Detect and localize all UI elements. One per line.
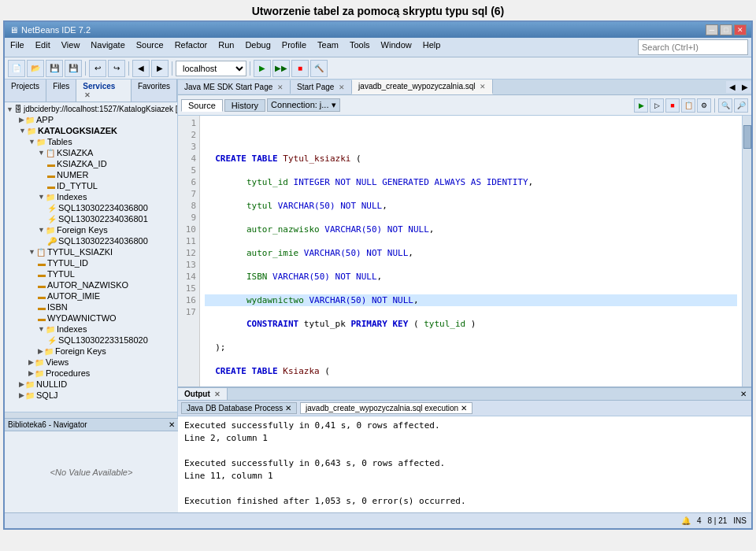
tab-files[interactable]: Files <box>46 80 76 102</box>
folder-icon: 📁 <box>46 226 55 235</box>
menu-edit[interactable]: Edit <box>33 39 53 55</box>
tree-item[interactable]: ▬ TYTUL <box>6 268 176 279</box>
tree-label: AUTOR_IMIE <box>47 291 100 301</box>
output-subtab-process[interactable]: Java DB Database Process ✕ <box>181 402 297 414</box>
status-bar: 🔔 4 8 | 21 INS <box>5 512 751 528</box>
undo-button[interactable]: ↩ <box>89 60 106 77</box>
source-tab[interactable]: Source <box>181 99 223 112</box>
save-all-button[interactable]: 💾 <box>65 60 82 77</box>
column-icon: ▬ <box>38 270 46 279</box>
tab-services[interactable]: Services ✕ <box>76 80 132 102</box>
tree-item[interactable]: ▶ 📁 SQLJ <box>6 390 176 401</box>
menu-navigate[interactable]: Navigate <box>88 39 127 55</box>
menu-help[interactable]: Help <box>421 39 443 55</box>
tree-item[interactable]: ▼ 🗄 jdbciderby://localhost:1527/KatalogK… <box>6 104 176 114</box>
tree-item[interactable]: ▼ 📁 Foreign Keys <box>6 224 176 235</box>
tree-item[interactable]: ▬ NUMER <box>6 169 176 180</box>
sql-settings-btn[interactable]: ⚙ <box>697 98 711 113</box>
tab-java-me[interactable]: Java ME SDK Start Page ✕ <box>178 80 291 94</box>
tab-favorites[interactable]: Favorites <box>132 80 177 102</box>
menu-team[interactable]: Team <box>315 39 341 55</box>
back-button[interactable]: ◀ <box>132 60 150 77</box>
menu-view[interactable]: View <box>59 39 83 55</box>
output-subtab-execution[interactable]: javadb_create_wypozyczalnia.sql executio… <box>300 402 472 414</box>
output-panel: Output ✕ ✕ Java DB Database Process ✕ ja… <box>178 386 751 512</box>
editor-scrollbar-v[interactable] <box>742 116 751 386</box>
code-editor[interactable]: 1 2 3 4 5 6 7 8 9 10 11 12 13 <box>178 116 751 386</box>
forward-button[interactable]: ▶ <box>151 60 169 77</box>
sql-stop-btn[interactable]: ■ <box>665 98 680 113</box>
tree-item[interactable]: ▶ 📁 Procedures <box>6 368 176 379</box>
close-button[interactable]: ✕ <box>734 24 747 35</box>
tab-scroll-left[interactable]: ◀ <box>726 81 739 93</box>
server-combo[interactable]: localhost <box>176 61 246 76</box>
tree-item[interactable]: ▶ 📁 APP <box>6 114 176 125</box>
tree-item[interactable]: ▼ 📋 KSIAZKA <box>6 147 176 158</box>
tab-start-page[interactable]: Start Page ✕ <box>291 80 352 94</box>
redo-button[interactable]: ↪ <box>108 60 125 77</box>
tree-item[interactable]: ▬ ISBN <box>6 301 176 312</box>
expand-icon: ▼ <box>28 138 35 146</box>
sql-run-btn[interactable]: ▶ <box>634 98 648 113</box>
table-icon: 📋 <box>36 248 46 257</box>
menu-tools[interactable]: Tools <box>347 39 372 55</box>
tree-item[interactable]: ▶ 📁 NULLID <box>6 379 176 390</box>
minimize-button[interactable]: ─ <box>706 24 718 35</box>
tree-item[interactable]: ▶ 📁 Foreign Keys <box>6 346 176 357</box>
menu-window[interactable]: Window <box>379 39 414 55</box>
tree-item[interactable]: ▼ 📁 KATALOGKSIAZEK <box>6 125 176 136</box>
menu-profile[interactable]: Profile <box>280 39 309 55</box>
tree-item[interactable]: ⚡ SQL130302233158020 <box>6 335 176 346</box>
tab-projects[interactable]: Projects <box>5 80 46 102</box>
tree-item[interactable]: ▬ ID_TYTUL <box>6 180 176 191</box>
index-icon: ⚡ <box>47 336 57 345</box>
tree-item[interactable]: 🔑 SQL130302234036800 <box>6 235 176 246</box>
sql-history-btn[interactable]: 📋 <box>681 98 695 113</box>
tree-item[interactable]: ▬ WYDAWNICTWO <box>6 312 176 324</box>
tree-item[interactable]: ▬ KSIAZKA_ID <box>6 158 176 169</box>
sql-run-sel-btn[interactable]: ▷ <box>650 98 664 113</box>
tree-item[interactable]: ▬ AUTOR_IMIE <box>6 290 176 301</box>
output-tab[interactable]: Output ✕ <box>178 388 228 400</box>
new-button[interactable]: 📄 <box>8 60 25 77</box>
search-input[interactable] <box>638 39 748 55</box>
tree-item[interactable]: ▼ 📁 Tables <box>6 136 176 147</box>
tree-label: Foreign Keys <box>57 225 108 235</box>
tab-scroll-right[interactable]: ▶ <box>739 81 751 93</box>
tree-label: Indexes <box>57 192 87 202</box>
tree-item[interactable]: ▼ 📁 Indexes <box>6 324 176 335</box>
clean-build-button[interactable]: 🔨 <box>310 60 328 77</box>
scroll-thumb[interactable] <box>743 125 751 149</box>
tree-item[interactable]: ▼ 📋 TYTUL_KSIAZKI <box>6 246 176 257</box>
connection-combo[interactable]: Connection: j... ▾ <box>267 98 339 112</box>
history-tab[interactable]: History <box>224 99 265 112</box>
maximize-button[interactable]: □ <box>720 24 732 35</box>
tree-item[interactable]: ▶ 📁 Views <box>6 357 176 368</box>
tree-item[interactable]: ⚡ SQL130302234036801 <box>6 213 176 224</box>
output-close-btn[interactable]: ✕ <box>736 388 751 400</box>
menu-run[interactable]: Run <box>216 39 236 55</box>
tree-item[interactable]: ▬ TYTUL_ID <box>6 257 176 268</box>
close-navigator-icon[interactable]: ✕ <box>169 420 175 429</box>
run-button[interactable]: ▶ <box>254 60 271 77</box>
debug-button[interactable]: ▶▶ <box>272 60 290 77</box>
menu-file[interactable]: File <box>8 39 27 55</box>
menu-refactor[interactable]: Refactor <box>172 39 210 55</box>
column-icon: ▬ <box>38 314 46 323</box>
stop-button[interactable]: ■ <box>291 60 309 77</box>
h-scrollbar[interactable] <box>5 412 177 418</box>
line-numbers: 1 2 3 4 5 6 7 8 9 10 11 12 13 <box>178 116 200 386</box>
zoom-in-btn[interactable]: 🔍 <box>718 98 732 113</box>
tree-item[interactable]: ▬ AUTOR_NAZWISKO <box>6 279 176 290</box>
folder-icon: 📁 <box>46 193 55 202</box>
tab-sql-file[interactable]: javadb_create_wypozyczalnia.sql ✕ <box>352 80 493 94</box>
tree-item[interactable]: ▼ 📁 Indexes <box>6 191 176 202</box>
column-icon: ▬ <box>47 182 55 190</box>
menu-debug[interactable]: Debug <box>243 39 272 55</box>
open-button[interactable]: 📂 <box>27 60 44 77</box>
zoom-out-btn[interactable]: 🔎 <box>734 98 748 113</box>
save-button[interactable]: 💾 <box>46 60 63 77</box>
status-col-4: 4 <box>697 516 702 525</box>
tree-item[interactable]: ⚡ SQL130302234036800 <box>6 202 176 213</box>
menu-source[interactable]: Source <box>134 39 166 55</box>
